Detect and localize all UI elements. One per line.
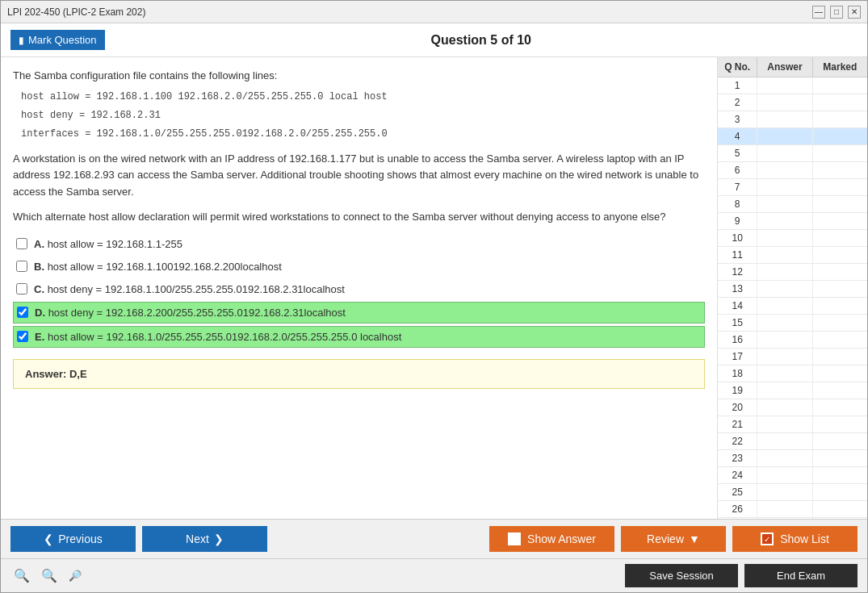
side-cell-answer-16 [757, 332, 812, 348]
mark-question-label: Mark Question [28, 34, 97, 46]
option-a-checkbox[interactable] [16, 238, 27, 249]
side-panel-header: Q No. Answer Marked [718, 57, 867, 77]
option-d-text: host deny = 192.168.2.200/255.255.255.01… [48, 307, 346, 319]
side-cell-answer-23 [757, 450, 812, 466]
zoom-bar: 🔍 🔍 🔎 Save Session End Exam [1, 558, 867, 592]
side-cell-qno-4: 4 [718, 128, 757, 144]
col-header-marked: Marked [813, 57, 867, 77]
bookmark-icon: ▮ [19, 35, 24, 46]
side-cell-answer-6 [757, 162, 812, 178]
side-panel-row-8[interactable]: 8 [718, 196, 867, 213]
side-cell-qno-21: 21 [718, 416, 757, 432]
side-cell-answer-22 [757, 433, 812, 449]
side-panel-list[interactable]: 1 2 3 4 5 6 7 8 [718, 77, 867, 519]
side-panel: Q No. Answer Marked 1 2 3 4 5 [718, 57, 867, 519]
title-bar: LPI 202-450 (LPIC-2 Exam 202) — □ ✕ [1, 1, 867, 23]
side-panel-row-2[interactable]: 2 [718, 94, 867, 111]
side-panel-row-22[interactable]: 22 [718, 433, 867, 450]
side-panel-row-24[interactable]: 24 [718, 467, 867, 484]
side-panel-row-11[interactable]: 11 [718, 247, 867, 264]
side-cell-answer-3 [757, 111, 812, 127]
side-cell-marked-16 [813, 332, 867, 348]
main-content: The Samba configuration file contains th… [1, 57, 867, 519]
side-cell-qno-16: 16 [718, 332, 757, 348]
side-cell-answer-13 [757, 281, 812, 297]
show-list-button[interactable]: ✓ Show List [732, 526, 858, 552]
zoom-reset-button[interactable]: 🔍 [38, 566, 61, 585]
side-cell-qno-6: 6 [718, 162, 757, 178]
col-header-answer: Answer [757, 57, 812, 77]
question-title: Question 5 of 10 [105, 33, 858, 48]
side-cell-answer-7 [757, 179, 812, 195]
question-ask: Which alternate host allow declaration w… [13, 209, 705, 226]
answer-text: Answer: D,E [25, 368, 87, 380]
option-d-checkbox[interactable] [17, 307, 28, 318]
option-a: A. host allow = 192.168.1.1-255 [13, 234, 705, 254]
option-d: D. host deny = 192.168.2.200/255.255.255… [13, 302, 705, 324]
save-session-button[interactable]: Save Session [625, 564, 738, 587]
side-panel-row-18[interactable]: 18 [718, 365, 867, 382]
side-panel-row-10[interactable]: 10 [718, 230, 867, 247]
side-cell-marked-5 [813, 145, 867, 161]
next-button[interactable]: Next [142, 526, 267, 552]
side-panel-row-14[interactable]: 14 [718, 298, 867, 315]
end-exam-button[interactable]: End Exam [744, 564, 858, 587]
side-panel-row-19[interactable]: 19 [718, 382, 867, 399]
side-cell-qno-26: 26 [718, 501, 757, 517]
show-list-label: Show List [780, 532, 829, 545]
side-cell-qno-9: 9 [718, 213, 757, 229]
side-panel-row-6[interactable]: 6 [718, 162, 867, 179]
zoom-right-controls: Save Session End Exam [625, 564, 858, 587]
option-a-label: A. [34, 238, 48, 250]
side-cell-answer-5 [757, 145, 812, 161]
side-panel-row-15[interactable]: 15 [718, 315, 867, 332]
mark-question-button[interactable]: ▮ Mark Question [10, 30, 105, 50]
side-panel-row-17[interactable]: 17 [718, 349, 867, 365]
side-panel-row-25[interactable]: 25 [718, 484, 867, 501]
option-b-text: host allow = 192.168.1.100192.168.2.200l… [48, 261, 282, 273]
side-cell-qno-10: 10 [718, 230, 757, 246]
minimize-button[interactable]: — [812, 6, 825, 19]
side-panel-row-7[interactable]: 7 [718, 179, 867, 196]
side-cell-marked-4 [813, 128, 867, 144]
side-panel-row-5[interactable]: 5 [718, 145, 867, 162]
option-e-checkbox[interactable] [17, 331, 28, 342]
question-intro: The Samba configuration file contains th… [13, 69, 705, 81]
review-label: Review [647, 532, 684, 545]
side-cell-answer-9 [757, 213, 812, 229]
side-panel-row-20[interactable]: 20 [718, 399, 867, 416]
side-panel-row-4[interactable]: 4 [718, 128, 867, 145]
side-cell-marked-13 [813, 281, 867, 297]
show-answer-button[interactable]: Show Answer [489, 526, 614, 552]
zoom-out-button[interactable]: 🔍 [10, 566, 33, 585]
options-list: A. host allow = 192.168.1.1-255 B. host … [13, 234, 705, 348]
side-panel-row-12[interactable]: 12 [718, 264, 867, 281]
side-panel-row-1[interactable]: 1 [718, 77, 867, 94]
code-line-1: host allow = 192.168.1.100 192.168.2.0/2… [13, 90, 705, 105]
side-panel-row-16[interactable]: 16 [718, 332, 867, 349]
side-cell-qno-23: 23 [718, 450, 757, 466]
side-cell-qno-24: 24 [718, 467, 757, 483]
side-cell-marked-23 [813, 450, 867, 466]
close-button[interactable]: ✕ [848, 6, 861, 19]
side-panel-row-3[interactable]: 3 [718, 111, 867, 128]
side-panel-row-26[interactable]: 26 [718, 501, 867, 518]
side-panel-row-23[interactable]: 23 [718, 450, 867, 467]
option-a-text: host allow = 192.168.1.1-255 [48, 238, 182, 250]
prev-arrow-icon [44, 532, 53, 545]
side-cell-qno-2: 2 [718, 94, 757, 111]
side-panel-row-21[interactable]: 21 [718, 416, 867, 433]
side-cell-qno-20: 20 [718, 399, 757, 416]
side-cell-marked-11 [813, 247, 867, 263]
side-cell-answer-26 [757, 501, 812, 517]
side-panel-row-13[interactable]: 13 [718, 281, 867, 298]
zoom-in-button[interactable]: 🔎 [65, 568, 85, 583]
header-row: ▮ Mark Question Question 5 of 10 [1, 23, 867, 57]
option-b-checkbox[interactable] [16, 261, 27, 272]
title-bar-controls: — □ ✕ [812, 6, 861, 19]
review-button[interactable]: Review ▼ [621, 526, 726, 552]
previous-button[interactable]: Previous [10, 526, 136, 552]
maximize-button[interactable]: □ [830, 6, 843, 19]
option-c-checkbox[interactable] [16, 283, 27, 294]
side-panel-row-9[interactable]: 9 [718, 213, 867, 230]
